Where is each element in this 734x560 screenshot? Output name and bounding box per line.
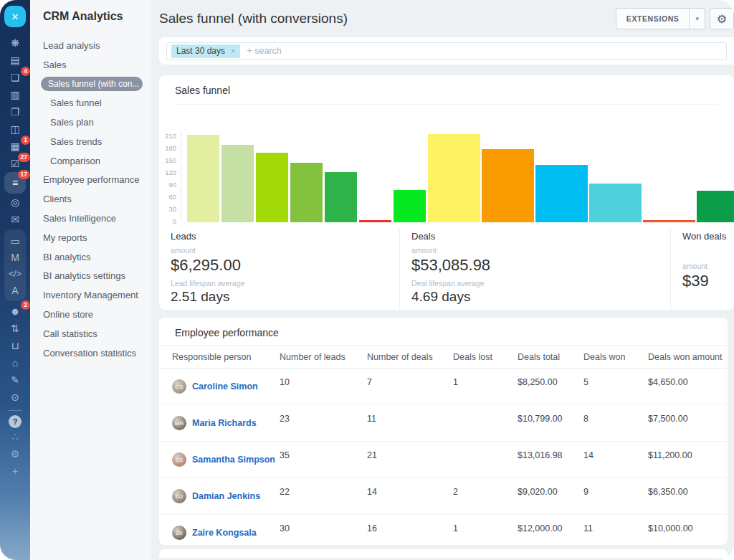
- person-link[interactable]: Caroline Simon: [192, 381, 258, 391]
- sidebar-item-sales-plan[interactable]: Sales plan: [30, 113, 151, 132]
- funnel-bar-deals-1[interactable]: [428, 134, 480, 222]
- sidebar: CRM Analytics Lead analysisSalesSales fu…: [30, 0, 151, 560]
- messenger-icon[interactable]: ❏4: [4, 69, 26, 86]
- sidebar-item-comparison[interactable]: Comparison: [30, 151, 151, 171]
- sidebar-item-lead-analysis[interactable]: Lead analysis: [30, 36, 151, 55]
- cart-icon[interactable]: ⊔: [4, 337, 26, 354]
- funnel-bar-deals-4[interactable]: [589, 184, 642, 222]
- table-row: ZKZaire Kongsala30161$12,000.0011$10,000…: [159, 515, 728, 545]
- sidebar-item-sales[interactable]: Sales: [30, 55, 151, 75]
- stream-icon: ❋: [11, 38, 19, 48]
- calendar-icon: ▦: [10, 141, 19, 151]
- funnel-bar-deals-5[interactable]: [643, 220, 695, 222]
- person-link[interactable]: Damian Jenkins: [192, 491, 260, 501]
- funnel-bar-leads-6[interactable]: [359, 220, 391, 222]
- person-cell: CSCaroline Simon: [172, 369, 280, 394]
- ai-icon: A: [11, 285, 18, 295]
- stat-title: Leads: [171, 231, 399, 242]
- store-icon: ⌂: [12, 358, 18, 368]
- mail-icon[interactable]: ✉: [4, 211, 26, 228]
- person-link[interactable]: Samantha Simpson: [192, 455, 275, 465]
- workdrive-icon[interactable]: ▥: [4, 86, 26, 103]
- database-icon[interactable]: ▭: [4, 232, 26, 249]
- sidebar-item-my-reports[interactable]: My reports: [30, 228, 151, 247]
- chevron-down-icon[interactable]: ▾: [689, 9, 705, 29]
- sidebar-item-employee-performance[interactable]: Employee performance: [30, 171, 151, 190]
- help-icon: ?: [13, 418, 18, 426]
- help-icon[interactable]: ?: [9, 415, 22, 428]
- notification-badge: 17: [18, 170, 30, 179]
- sign-icon[interactable]: ✎: [4, 371, 26, 389]
- funnel-bar-leads-1[interactable]: [187, 135, 219, 222]
- sidebar-item-sales-funnel-with-con[interactable]: Sales funnel (with con...: [30, 75, 151, 94]
- table-row: DJDamian Jenkins22142$9,020.009$6,350.00: [159, 478, 728, 515]
- search-placeholder: + search: [247, 46, 281, 56]
- table-header: Responsible personNumber of leadsNumber …: [159, 345, 728, 369]
- sidebar-item-call-statistics[interactable]: Call statistics: [30, 324, 151, 343]
- person-link[interactable]: Zaire Kongsala: [192, 528, 257, 538]
- table-cell: 22: [280, 478, 367, 497]
- target-icon: ◎: [11, 197, 19, 207]
- add-icon[interactable]: +: [4, 462, 26, 480]
- close-icon[interactable]: ✕: [4, 6, 26, 27]
- table-row: MRMaria Richards2311$10,799.008$7,500.00: [159, 405, 728, 442]
- filter-chip-label: Last 30 days: [176, 46, 225, 56]
- sidebar-item-clients[interactable]: Clients: [30, 189, 151, 209]
- stat-label: amount: [411, 246, 670, 255]
- table-cell: $9,020.00: [518, 478, 583, 497]
- database-icon: ▭: [10, 236, 19, 246]
- messenger-icon: ❏: [11, 72, 20, 82]
- sidebar-selected-pill[interactable]: Sales funnel (with con...: [41, 77, 143, 91]
- sidebar-item-online-store[interactable]: Online store: [30, 305, 151, 324]
- notification-badge: 2: [21, 300, 30, 310]
- sidebar-item-sales-trends[interactable]: Sales trends: [30, 132, 151, 151]
- stat-value: 2.51 days: [171, 289, 399, 305]
- robot-icon[interactable]: ☻2: [4, 303, 26, 320]
- profile-icon[interactable]: ⊙: [4, 389, 26, 406]
- funnel-bar-leads-5[interactable]: [325, 172, 357, 222]
- store-icon[interactable]: ⌂: [4, 354, 26, 371]
- robot-icon: ☻: [10, 306, 21, 316]
- gear-icon[interactable]: ⚙: [710, 8, 734, 29]
- crm-icon[interactable]: ≡17: [4, 172, 26, 194]
- automation-icon[interactable]: ⇅: [4, 320, 26, 337]
- sidebar-item-sales-intelligence[interactable]: Sales Intelligence: [30, 209, 151, 228]
- sidebar-item-sales-funnel[interactable]: Sales funnel: [30, 93, 151, 113]
- funnel-stats: Leadsamount$6,295.00Lead lifespan averag…: [159, 229, 734, 310]
- chip-close-icon[interactable]: ×: [231, 47, 235, 55]
- funnel-bar-deals-3[interactable]: [535, 165, 588, 222]
- search-input[interactable]: Last 30 days × + search: [166, 42, 727, 60]
- groups-icon[interactable]: ◫: [4, 120, 26, 138]
- funnel-bar-leads-2[interactable]: [221, 145, 254, 222]
- extensions-label[interactable]: EXTENSIONS: [616, 9, 690, 29]
- person-cell: DJDamian Jenkins: [172, 478, 280, 503]
- extensions-button[interactable]: EXTENSIONS ▾: [616, 8, 705, 29]
- newsfeed-icon[interactable]: ▤: [4, 52, 26, 69]
- person-link[interactable]: Maria Richards: [192, 418, 257, 428]
- funnel-bar-leads-4[interactable]: [290, 163, 323, 222]
- table-cell: 21: [367, 442, 453, 460]
- market-icon[interactable]: M: [4, 249, 26, 265]
- funnel-bar-leads-7[interactable]: [394, 190, 426, 222]
- sidebar-item-bi-analytics[interactable]: BI analytics: [30, 247, 151, 267]
- code-icon[interactable]: </>: [4, 265, 26, 282]
- documents-icon[interactable]: ❐: [4, 103, 26, 120]
- funnel-bar-won-deals-1[interactable]: [697, 191, 734, 222]
- table-cell: $8,250.00: [518, 369, 583, 387]
- structure-icon[interactable]: ∴: [4, 428, 26, 445]
- stat-section-deals: Dealsamount$53,085.98Deal lifespan avera…: [399, 229, 670, 310]
- newsfeed-icon: ▤: [10, 55, 19, 65]
- table-cell: 5: [583, 369, 648, 387]
- funnel-bar-deals-2[interactable]: [482, 149, 534, 222]
- ai-icon[interactable]: A: [4, 282, 26, 298]
- sidebar-item-inventory-management[interactable]: Inventory Management: [30, 285, 151, 305]
- target-icon[interactable]: ◎: [4, 194, 26, 211]
- sidebar-item-conversation-statistics[interactable]: Conversation statistics: [30, 343, 151, 363]
- funnel-bar-leads-3[interactable]: [256, 153, 288, 222]
- settings-icon[interactable]: ⚙: [4, 445, 26, 462]
- filter-chip[interactable]: Last 30 days ×: [171, 44, 240, 58]
- sidebar-item-bi-analytics-settings[interactable]: BI analytics settings: [30, 267, 151, 286]
- table-cell: 11: [583, 515, 648, 533]
- avatar: ZK: [172, 526, 186, 540]
- stream-icon[interactable]: ❋: [4, 34, 26, 52]
